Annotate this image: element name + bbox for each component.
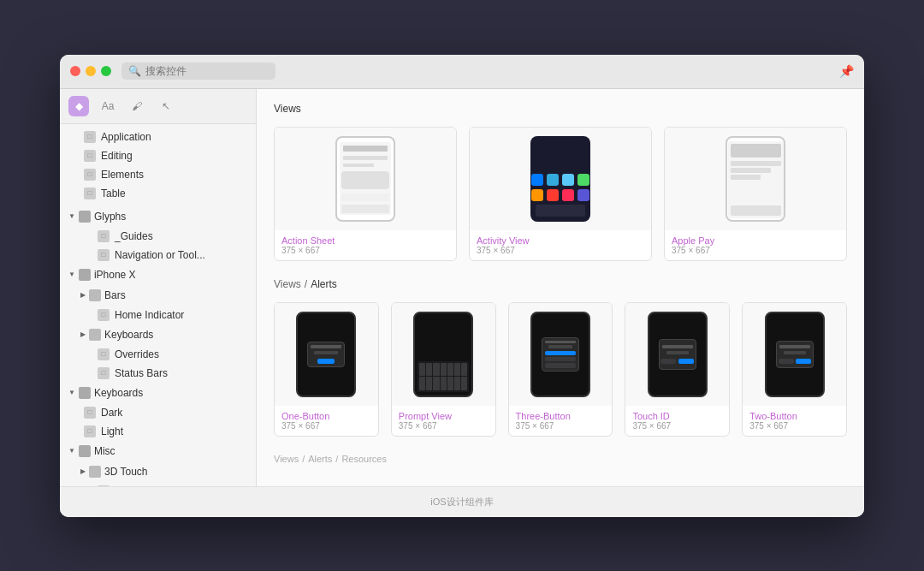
sidebar-item-application[interactable]: □ Application — [60, 128, 256, 146]
sidebar-item-elements[interactable]: □ Elements — [60, 165, 256, 184]
sidebar-label-dark: Dark — [101, 407, 122, 419]
card-three-button-title: Three-Button — [516, 411, 606, 421]
sidebar-icon-diamond[interactable]: ◆ — [68, 96, 89, 116]
sidebar-group-keyboards[interactable]: ▼ Keyboards — [60, 383, 256, 403]
card-activity-view[interactable]: Activity View 375 × 667 — [469, 127, 652, 261]
sidebar-subgroup-3dtouch[interactable]: ▶ 3D Touch — [60, 461, 256, 482]
card-two-button-preview — [743, 303, 846, 406]
sidebar-label-status-bars: Status Bars — [115, 367, 168, 379]
navigation-icon: □ — [98, 249, 110, 261]
guides-icon: □ — [98, 230, 110, 242]
phone-three-button — [530, 312, 590, 397]
sidebar-item-navigation[interactable]: □ Navigation or Tool... — [60, 246, 256, 265]
keyboards-main-icon — [79, 387, 91, 399]
card-action-sheet-preview — [275, 128, 456, 230]
triangle-keyboards-group: ▼ — [68, 389, 75, 396]
footer: iOS设计组件库 — [60, 486, 864, 517]
card-touch-id-size: 375 × 667 — [632, 421, 722, 431]
alerts-label2: Alerts — [308, 454, 332, 464]
sidebar: ◆ Aa 🖌 ↖ □ Application □ Editing □ Eleme… — [60, 89, 257, 486]
card-one-button[interactable]: One-Button 375 × 667 — [274, 302, 379, 437]
sidebar-label-home-indicator: Home Indicator — [115, 309, 184, 321]
main-window: 🔍 📌 ◆ Aa 🖌 ↖ □ Application □ Editing — [60, 55, 864, 517]
minimize-button[interactable] — [86, 66, 96, 76]
sidebar-group-glyphs[interactable]: ▼ Glyphs — [60, 206, 256, 227]
sidebar-group-misc[interactable]: ▼ Misc — [60, 441, 256, 461]
card-touch-id[interactable]: Touch ID 375 × 667 — [625, 302, 730, 437]
sidebar-item-status-bars[interactable]: □ Status Bars — [60, 364, 256, 383]
sidebar-label-navigation: Navigation or Tool... — [115, 249, 205, 261]
triangle-bars: ▶ — [80, 291, 86, 299]
card-three-button-info: Three-Button 375 × 667 — [509, 406, 613, 436]
maximize-button[interactable] — [101, 66, 111, 76]
elements-icon: □ — [84, 169, 96, 181]
sidebar-subgroup-bars[interactable]: ▶ Bars — [60, 285, 256, 306]
card-apple-pay[interactable]: Apple Pay 375 × 667 — [664, 127, 847, 261]
card-activity-preview — [470, 128, 651, 230]
close-button[interactable] — [70, 66, 80, 76]
card-activity-size: 375 × 667 — [477, 246, 644, 255]
card-prompt-view[interactable]: Prompt View 375 × 667 — [391, 302, 496, 437]
sidebar-group-iphonex[interactable]: ▼ iPhone X — [60, 265, 256, 285]
sidebar-label-overrides: Overrides — [115, 348, 159, 360]
sidebar-item-editing[interactable]: □ Editing — [60, 146, 256, 165]
sidebar-icon-cursor[interactable]: ↖ — [156, 96, 176, 116]
footer-title: iOS设计组件库 — [430, 497, 493, 507]
sidebar-label-keyboards-sub: Keyboards — [104, 329, 153, 341]
card-three-button-size: 375 × 667 — [516, 421, 606, 431]
sidebar-item-table[interactable]: □ Table — [60, 184, 256, 203]
resources-label: Resources — [341, 454, 387, 464]
sidebar-item-light[interactable]: □ Light — [60, 422, 256, 441]
breadcrumb-separator: / — [305, 278, 307, 290]
breadcrumb-alerts-part: Alerts — [311, 278, 337, 290]
card-three-button-preview — [509, 303, 613, 406]
content-area: Views — [257, 89, 864, 486]
sidebar-label-3dtouch: 3D Touch — [104, 466, 147, 478]
breadcrumb-views-label: Views — [274, 103, 301, 115]
card-two-button[interactable]: Two-Button 375 × 667 — [742, 302, 847, 437]
card-action-sheet[interactable]: Action Sheet 375 × 667 — [274, 127, 457, 261]
sidebar-icon-brush[interactable]: 🖌 — [127, 96, 147, 116]
sidebar-label-editing: Editing — [101, 150, 133, 162]
search-input[interactable] — [145, 65, 269, 77]
sidebar-item-overrides[interactable]: □ Overrides — [60, 345, 256, 364]
sidebar-label-keyboards: Keyboards — [94, 387, 143, 399]
sidebar-item-dark[interactable]: □ Dark — [60, 403, 256, 422]
card-prompt-preview — [392, 303, 495, 406]
card-prompt-size: 375 × 667 — [399, 421, 489, 431]
keyboards-group-icon — [89, 329, 101, 341]
card-apple-pay-preview — [665, 128, 846, 230]
sidebar-section-views: □ Application □ Editing □ Elements □ Tab… — [60, 124, 256, 206]
titlebar: 🔍 📌 — [60, 55, 864, 89]
sidebar-label-guides: _Guides — [115, 230, 153, 242]
sidebar-icon-text[interactable]: Aa — [98, 96, 118, 116]
phone-one-button — [296, 312, 356, 397]
misc-group-icon — [79, 445, 91, 457]
card-apple-pay-info: Apple Pay 375 × 667 — [665, 230, 846, 260]
sidebar-item-home-indicator[interactable]: □ Home Indicator — [60, 306, 256, 324]
sidebar-item-guides[interactable]: □ _Guides — [60, 227, 256, 246]
sidebar-label-iphonex: iPhone X — [94, 269, 136, 281]
pin-icon[interactable]: 📌 — [839, 64, 854, 78]
card-one-button-info: One-Button 375 × 667 — [275, 406, 378, 436]
home-indicator-icon: □ — [98, 309, 110, 321]
card-prompt-info: Prompt View 375 × 667 — [392, 406, 495, 436]
views-grid: Action Sheet 375 × 667 — [274, 127, 847, 261]
alerts-grid: One-Button 375 × 667 — [274, 302, 847, 437]
sidebar-label-light: Light — [101, 425, 123, 437]
search-bar[interactable]: 🔍 — [121, 62, 275, 80]
card-one-button-preview — [275, 303, 378, 406]
application-icon: □ — [84, 131, 96, 143]
triangle-keyboards: ▶ — [80, 330, 86, 338]
sidebar-subgroup-keyboards[interactable]: ▶ Keyboards — [60, 324, 256, 345]
iphonex-group-icon — [79, 269, 91, 281]
table-icon: □ — [84, 187, 96, 199]
card-three-button[interactable]: Three-Button 375 × 667 — [508, 302, 613, 437]
card-one-button-size: 375 × 667 — [281, 421, 371, 431]
card-touch-id-info: Touch ID 375 × 667 — [625, 406, 729, 436]
triangle-glyphs: ▼ — [68, 212, 75, 220]
search-icon: 🔍 — [128, 65, 141, 77]
traffic-lights — [70, 66, 111, 76]
card-two-button-info: Two-Button 375 × 667 — [743, 406, 846, 436]
card-action-sheet-info: Action Sheet 375 × 667 — [275, 230, 456, 260]
